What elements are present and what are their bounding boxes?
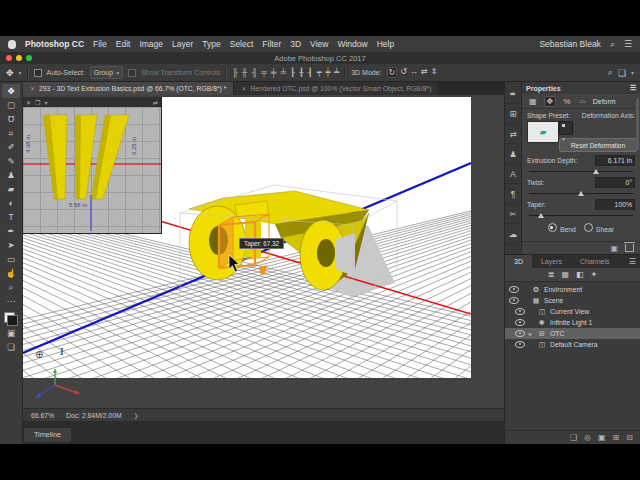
- axis-gizmo[interactable]: [31, 367, 91, 407]
- 3d-filter-icon[interactable]: ▦: [561, 270, 569, 279]
- mode-icon[interactable]: ↔: [410, 67, 418, 78]
- tool-button[interactable]: ✒: [2, 224, 20, 238]
- align-icon[interactable]: ╪: [271, 68, 277, 77]
- close-view-icon[interactable]: ✕: [26, 99, 31, 106]
- canvas-pasteboard[interactable]: ✕ ❒ ▾ ⇄ 4.38 in 6.25 in 5.56 in: [23, 95, 504, 408]
- tool-button[interactable]: ℧: [2, 112, 20, 126]
- tool-button[interactable]: ☝: [2, 266, 20, 280]
- visibility-eye-icon[interactable]: [509, 297, 519, 304]
- chevron-down-icon[interactable]: ▾: [44, 99, 47, 106]
- secondary-view-body[interactable]: 4.38 in 6.25 in 5.56 in: [23, 107, 161, 233]
- document-tab-active[interactable]: ✕ 293 - 3D Text Extrusion Basics.psd @ 6…: [23, 82, 233, 95]
- 3d-footer-icon[interactable]: ◎: [584, 433, 591, 442]
- app-menu[interactable]: Photoshop CC: [25, 39, 84, 49]
- menu-item[interactable]: 3D: [290, 39, 301, 49]
- menu-item[interactable]: Layer: [172, 39, 193, 49]
- disclosure-icon[interactable]: ▸: [529, 330, 534, 337]
- collapsed-panel-icon[interactable]: A: [505, 164, 521, 184]
- twist-slider[interactable]: [529, 190, 633, 197]
- menu-item[interactable]: Type: [202, 39, 220, 49]
- property-tab-icon[interactable]: ⌓: [577, 96, 587, 106]
- reset-deformation-button[interactable]: Reset Deformation: [559, 138, 637, 152]
- menu-item[interactable]: Filter: [262, 39, 281, 49]
- close-tab-icon[interactable]: ✕: [30, 85, 35, 92]
- collapsed-panel-icon[interactable]: ⇄: [505, 124, 521, 144]
- visibility-eye-icon[interactable]: [515, 319, 525, 326]
- align-icon[interactable]: ╫: [242, 68, 248, 77]
- 3d-footer-icon[interactable]: ❑: [570, 433, 577, 442]
- panel-menu-icon[interactable]: ☰: [630, 84, 636, 92]
- 3d-filter-icon[interactable]: ◧: [576, 270, 584, 279]
- align-icon[interactable]: ┷: [334, 68, 339, 77]
- property-tab-icon[interactable]: ✥: [544, 96, 557, 107]
- tool-button[interactable]: ➤: [2, 238, 20, 252]
- tool-button[interactable]: ♟: [2, 168, 20, 182]
- tool-button[interactable]: ✐: [2, 140, 20, 154]
- current-tool-icon[interactable]: ✥: [6, 68, 14, 78]
- tool-button[interactable]: ⌕: [2, 280, 20, 294]
- menubar-list-icon[interactable]: ☰: [624, 39, 632, 49]
- collapsed-panel-icon[interactable]: ⊞: [505, 104, 521, 124]
- collapsed-panel-icon[interactable]: ☁: [505, 224, 521, 244]
- mode-icon[interactable]: ⇕: [431, 67, 438, 78]
- mode-icon[interactable]: ↺: [400, 67, 407, 78]
- collapsed-panel-icon[interactable]: ♟: [505, 144, 521, 164]
- tool-button[interactable]: ⋯: [2, 294, 20, 308]
- shape-preset-dropdown[interactable]: ▰ ▾: [527, 121, 559, 143]
- tool-button[interactable]: ▢: [2, 98, 20, 112]
- mode-icon[interactable]: ⇄: [421, 67, 428, 78]
- 3d-object-row[interactable]: ❂ Environment: [505, 284, 640, 295]
- panel-menu-icon[interactable]: ☰: [629, 255, 640, 268]
- 3d-object-row[interactable]: ▦ Scene: [505, 295, 640, 306]
- workspace-icon[interactable]: ❏: [618, 68, 626, 78]
- search-icon[interactable]: ⌕: [608, 67, 613, 78]
- quick-mask-button[interactable]: ▣: [2, 326, 20, 340]
- background-color[interactable]: [7, 315, 18, 326]
- taper-value[interactable]: 100%: [595, 199, 635, 210]
- tab-channels[interactable]: Channels: [571, 255, 619, 268]
- screen-mode-button[interactable]: ❏: [2, 340, 20, 354]
- tool-button[interactable]: ⌗: [2, 126, 20, 140]
- menu-item[interactable]: Select: [230, 39, 254, 49]
- menu-item[interactable]: Help: [377, 39, 394, 49]
- clip-to-layer-icon[interactable]: ▣: [610, 244, 618, 253]
- zoom-level[interactable]: 66.67%: [31, 412, 54, 419]
- color-swatches[interactable]: [4, 312, 18, 326]
- 3d-filter-icon[interactable]: ≣: [548, 270, 555, 279]
- 3d-filter-icon[interactable]: ✦: [591, 270, 598, 279]
- apple-logo-icon[interactable]: [8, 40, 16, 49]
- collapsed-panel-icon[interactable]: ✒: [505, 84, 521, 104]
- bend-radio[interactable]: [548, 223, 557, 232]
- auto-select-checkbox[interactable]: [34, 69, 42, 77]
- secondary-view[interactable]: ✕ ❒ ▾ ⇄ 4.38 in 6.25 in 5.56 in: [23, 97, 162, 234]
- document-tab-inactive[interactable]: ✕ Rendered OTC.psd @ 100% (Vector Smart …: [233, 82, 438, 95]
- collapsed-panel-icon[interactable]: ¶: [505, 184, 521, 204]
- visibility-eye-icon[interactable]: [515, 330, 525, 337]
- menu-item[interactable]: File: [93, 39, 107, 49]
- 3d-object-row[interactable]: ▸ ⊞ OTC: [505, 328, 640, 339]
- property-tab-icon[interactable]: ▦: [527, 97, 539, 106]
- align-icon[interactable]: ╂: [299, 68, 304, 77]
- twist-value[interactable]: 0°: [595, 177, 635, 188]
- 3d-object-row[interactable]: ✺ Infinite Light 1: [505, 317, 640, 328]
- align-icon[interactable]: ╧: [281, 68, 287, 77]
- status-arrow-icon[interactable]: ❯: [134, 412, 139, 419]
- align-icon[interactable]: ┨: [308, 68, 313, 77]
- taper-slider[interactable]: [529, 212, 633, 219]
- visibility-eye-icon[interactable]: [509, 286, 519, 293]
- collapsed-panel-icon[interactable]: ✂: [505, 204, 521, 224]
- align-icon[interactable]: ┠: [290, 68, 295, 77]
- mode-icon[interactable]: ↻: [387, 67, 398, 78]
- delete-icon[interactable]: [625, 244, 634, 252]
- 3d-footer-icon[interactable]: ⊞: [613, 433, 620, 442]
- menu-item[interactable]: Edit: [116, 39, 131, 49]
- property-tab-icon[interactable]: %: [561, 97, 572, 106]
- align-icon[interactable]: ┿: [326, 68, 331, 77]
- shear-radio[interactable]: [584, 223, 593, 232]
- workspace-caret-icon[interactable]: ▾: [631, 69, 634, 76]
- tool-button[interactable]: T: [2, 210, 20, 224]
- show-transform-checkbox[interactable]: [128, 69, 136, 77]
- tab-3d[interactable]: 3D: [505, 255, 532, 268]
- menu-item[interactable]: Window: [337, 39, 367, 49]
- tool-button[interactable]: ✥: [2, 84, 20, 98]
